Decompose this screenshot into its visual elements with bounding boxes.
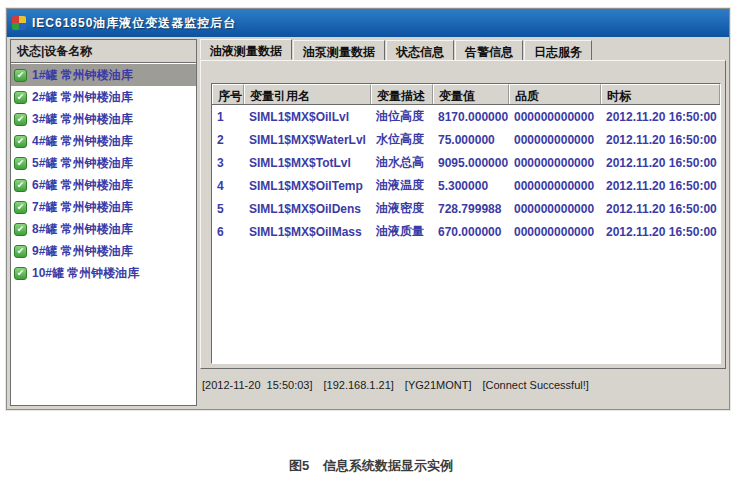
device-list: ✔1#罐 常州钟楼油库✔2#罐 常州钟楼油库✔3#罐 常州钟楼油库✔4#罐 常州…	[11, 64, 196, 405]
table-row[interactable]: 2SIML1$MX$WaterLvl水位高度75.000000000000000…	[212, 128, 720, 151]
titlebar: IEC61850油库液位变送器监控后台	[7, 9, 729, 37]
cell-r2-c3: 75.000000	[433, 133, 509, 147]
device-item-label: 5#罐 常州钟楼油库	[32, 155, 133, 172]
cell-r4-c2: 油液温度	[371, 177, 433, 194]
device-item-8-tank[interactable]: ✔8#罐 常州钟楼油库	[11, 218, 196, 240]
cell-r3-c3: 9095.000000	[433, 156, 509, 170]
check-icon: ✔	[14, 179, 27, 192]
device-item-label: 10#罐 常州钟楼油库	[32, 265, 139, 282]
device-item-3-tank[interactable]: ✔3#罐 常州钟楼油库	[11, 108, 196, 130]
table-row[interactable]: 5SIML1$MX$OilDens油液密度728.799988000000000…	[212, 197, 720, 220]
cell-r5-c0: 5	[212, 202, 244, 216]
cell-r5-c5: 2012.11.20 16:50:00	[601, 202, 720, 216]
check-icon: ✔	[14, 113, 27, 126]
window-title: IEC61850油库液位变送器监控后台	[32, 15, 236, 32]
device-item-label: 2#罐 常州钟楼油库	[32, 89, 133, 106]
measurement-table: 序号变量引用名变量描述变量值品质时标 1SIML1$MX$OilLvl油位高度8…	[211, 83, 721, 364]
cell-r6-c1: SIML1$MX$OilMass	[244, 225, 371, 239]
cell-r6-c0: 6	[212, 225, 244, 239]
device-item-5-tank[interactable]: ✔5#罐 常州钟楼油库	[11, 152, 196, 174]
app-window: IEC61850油库液位变送器监控后台 状态|设备名称 ✔1#罐 常州钟楼油库✔…	[6, 8, 730, 410]
table-row[interactable]: 4SIML1$MX$OilTemp油液温度5.30000000000000000…	[212, 174, 720, 197]
table-row[interactable]: 6SIML1$MX$OilMass油液质量670.000000000000000…	[212, 220, 720, 243]
cell-r3-c4: 000000000000	[509, 156, 601, 170]
table-row[interactable]: 3SIML1$MX$TotLvl油水总高9095.000000000000000…	[212, 151, 720, 174]
cell-r2-c2: 水位高度	[371, 131, 433, 148]
device-item-label: 6#罐 常州钟楼油库	[32, 177, 133, 194]
tab-1[interactable]: 油泵测量数据	[293, 40, 385, 60]
device-item-6-tank[interactable]: ✔6#罐 常州钟楼油库	[11, 174, 196, 196]
status-module: [YG21MONT]	[405, 379, 472, 391]
cell-r2-c5: 2012.11.20 16:50:00	[601, 133, 720, 147]
device-panel-header: 状态|设备名称	[11, 40, 196, 63]
check-icon: ✔	[14, 69, 27, 82]
cell-r1-c0: 1	[212, 110, 244, 124]
device-item-label: 9#罐 常州钟楼油库	[32, 243, 133, 260]
cell-r4-c0: 4	[212, 179, 244, 193]
device-item-7-tank[interactable]: ✔7#罐 常州钟楼油库	[11, 196, 196, 218]
cell-r2-c1: SIML1$MX$WaterLvl	[244, 133, 371, 147]
column-header-5[interactable]: 时标	[601, 84, 720, 104]
tab-bar: 油液测量数据油泵测量数据状态信息告警信息日志服务	[200, 39, 726, 60]
device-item-label: 3#罐 常州钟楼油库	[32, 111, 133, 128]
cell-r1-c1: SIML1$MX$OilLvl	[244, 110, 371, 124]
tab-page-oil-measure: 序号变量引用名变量描述变量值品质时标 1SIML1$MX$OilLvl油位高度8…	[200, 60, 726, 369]
cell-r5-c2: 油液密度	[371, 200, 433, 217]
page: IEC61850油库液位变送器监控后台 状态|设备名称 ✔1#罐 常州钟楼油库✔…	[0, 0, 742, 483]
column-header-4[interactable]: 品质	[509, 84, 601, 104]
cell-r6-c2: 油液质量	[371, 223, 433, 240]
table-body: 1SIML1$MX$OilLvl油位高度8170.000000000000000…	[212, 105, 720, 243]
main-panel: 油液测量数据油泵测量数据状态信息告警信息日志服务 序号变量引用名变量描述变量值品…	[200, 39, 726, 406]
device-item-9-tank[interactable]: ✔9#罐 常州钟楼油库	[11, 240, 196, 262]
tab-2[interactable]: 状态信息	[386, 40, 454, 60]
column-header-3[interactable]: 变量值	[433, 84, 509, 104]
device-item-10-tank[interactable]: ✔10#罐 常州钟楼油库	[11, 262, 196, 284]
device-item-label: 8#罐 常州钟楼油库	[32, 221, 133, 238]
figure-label: 图5	[289, 458, 309, 473]
cell-r1-c5: 2012.11.20 16:50:00	[601, 110, 720, 124]
status-ip: [192.168.1.21]	[324, 379, 394, 391]
status-message: [Connect Successful!]	[482, 379, 588, 391]
cell-r1-c3: 8170.000000	[433, 110, 509, 124]
cell-r3-c1: SIML1$MX$TotLvl	[244, 156, 371, 170]
cell-r5-c4: 000000000000	[509, 202, 601, 216]
cell-r4-c4: 000000000000	[509, 179, 601, 193]
figure-title: 信息系统数据显示实例	[323, 458, 453, 473]
table-row[interactable]: 1SIML1$MX$OilLvl油位高度8170.000000000000000…	[212, 105, 720, 128]
device-item-2-tank[interactable]: ✔2#罐 常州钟楼油库	[11, 86, 196, 108]
cell-r3-c5: 2012.11.20 16:50:00	[601, 156, 720, 170]
cell-r3-c0: 3	[212, 156, 244, 170]
device-item-label: 4#罐 常州钟楼油库	[32, 133, 133, 150]
column-header-1[interactable]: 变量引用名	[244, 84, 371, 104]
check-icon: ✔	[14, 223, 27, 236]
check-icon: ✔	[14, 245, 27, 258]
table-header-row: 序号变量引用名变量描述变量值品质时标	[212, 84, 720, 105]
tab-3[interactable]: 告警信息	[455, 40, 523, 60]
column-header-0[interactable]: 序号	[212, 84, 244, 104]
status-bar: [2012-11-20 15:50:03] [192.168.1.21] [YG…	[202, 377, 726, 393]
device-panel: 状态|设备名称 ✔1#罐 常州钟楼油库✔2#罐 常州钟楼油库✔3#罐 常州钟楼油…	[10, 39, 197, 406]
device-item-label: 1#罐 常州钟楼油库	[32, 67, 133, 84]
cell-r4-c3: 5.300000	[433, 179, 509, 193]
cell-r6-c5: 2012.11.20 16:50:00	[601, 225, 720, 239]
cell-r5-c3: 728.799988	[433, 202, 509, 216]
cell-r2-c4: 000000000000	[509, 133, 601, 147]
cell-r1-c2: 油位高度	[371, 108, 433, 125]
device-item-1-tank[interactable]: ✔1#罐 常州钟楼油库	[11, 64, 196, 86]
check-icon: ✔	[14, 135, 27, 148]
check-icon: ✔	[14, 157, 27, 170]
cell-r3-c2: 油水总高	[371, 154, 433, 171]
cell-r4-c5: 2012.11.20 16:50:00	[601, 179, 720, 193]
device-item-4-tank[interactable]: ✔4#罐 常州钟楼油库	[11, 130, 196, 152]
cell-r1-c4: 000000000000	[509, 110, 601, 124]
check-icon: ✔	[14, 267, 27, 280]
cell-r5-c1: SIML1$MX$OilDens	[244, 202, 371, 216]
tab-4[interactable]: 日志服务	[524, 40, 592, 60]
check-icon: ✔	[14, 201, 27, 214]
column-header-2[interactable]: 变量描述	[371, 84, 433, 104]
app-icon	[12, 16, 26, 30]
tab-0[interactable]: 油液测量数据	[200, 39, 292, 60]
cell-r6-c3: 670.000000	[433, 225, 509, 239]
device-item-label: 7#罐 常州钟楼油库	[32, 199, 133, 216]
cell-r4-c1: SIML1$MX$OilTemp	[244, 179, 371, 193]
